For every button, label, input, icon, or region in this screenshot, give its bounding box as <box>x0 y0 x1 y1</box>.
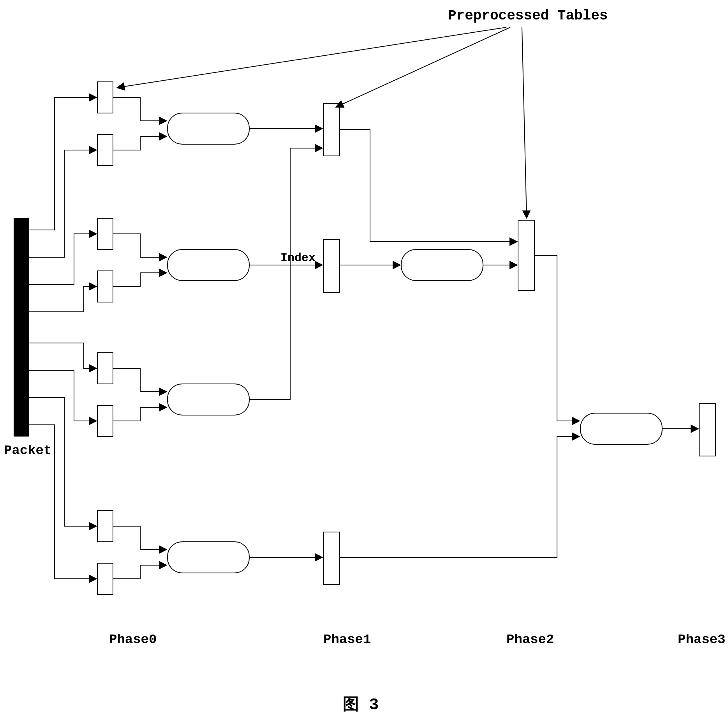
svg-rect-13 <box>323 240 340 292</box>
phase3-table <box>699 403 716 456</box>
svg-rect-11 <box>167 542 249 573</box>
phase0-tables <box>97 82 113 594</box>
packet-to-phase0-arrows <box>29 97 97 579</box>
index-label: Index <box>280 251 316 265</box>
svg-rect-1 <box>97 134 113 166</box>
phase0-processors <box>167 113 249 573</box>
phase2-label: Phase2 <box>506 632 554 647</box>
svg-rect-7 <box>97 563 113 594</box>
svg-rect-8 <box>167 113 249 144</box>
phase0-table-to-proc <box>113 97 167 579</box>
figure-caption: 图 3 <box>343 696 379 714</box>
phase1-processor <box>401 249 483 281</box>
phase1-label: Phase1 <box>323 632 371 647</box>
packet-block <box>14 218 29 437</box>
phase2-table <box>518 220 534 290</box>
svg-rect-3 <box>97 271 113 302</box>
svg-rect-4 <box>97 353 113 384</box>
phase1-to-phase2 <box>340 129 517 265</box>
phase1-tables <box>323 103 340 585</box>
svg-rect-12 <box>323 103 340 156</box>
phase0-label: Phase0 <box>109 632 157 647</box>
svg-rect-2 <box>97 218 113 249</box>
preprocessed-tables-label: Preprocessed Tables <box>448 8 608 24</box>
phase2-processor <box>580 413 662 444</box>
svg-rect-14 <box>323 532 340 585</box>
phase0-to-phase1 <box>249 129 323 557</box>
svg-rect-0 <box>97 82 113 113</box>
svg-rect-5 <box>97 405 113 437</box>
svg-rect-9 <box>167 249 249 281</box>
packet-label: Packet <box>4 443 51 458</box>
svg-rect-6 <box>97 511 113 542</box>
phase3-label: Phase3 <box>678 632 725 647</box>
svg-rect-10 <box>167 384 249 415</box>
phase2-connections <box>340 255 698 557</box>
